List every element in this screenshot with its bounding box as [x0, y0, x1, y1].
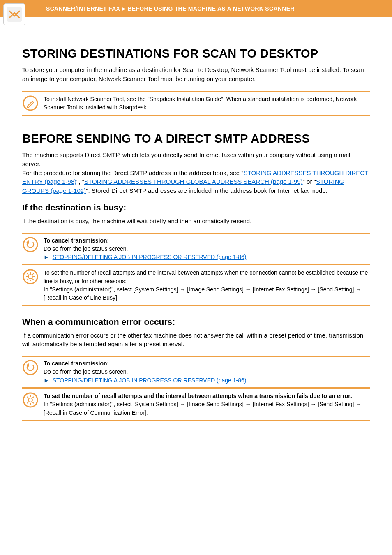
- smtp-text-mid1: ", ": [76, 178, 84, 185]
- svg-line-9: [27, 273, 28, 275]
- section-body-smtp: The machine supports Direct SMTP, which …: [22, 150, 370, 195]
- arrow-icon: ►: [44, 254, 49, 260]
- link-stopping-job-busy[interactable]: STOPPING/DELETING A JOB IN PROGRESS OR R…: [53, 254, 247, 260]
- info-note-text: To install Network Scanner Tool, see the…: [44, 95, 370, 112]
- scanner-icon: [3, 3, 25, 25]
- cancel-note-block-busy: To cancel transmission: Do so from the j…: [22, 233, 370, 265]
- smtp-text-mid2: " or ": [303, 178, 316, 185]
- settings-note-content-busy: To set the number of recall attempts and…: [44, 268, 370, 302]
- cancel-title-busy: To cancel transmission:: [44, 236, 370, 245]
- svg-line-21: [32, 402, 34, 403]
- back-arrow-icon: [22, 236, 39, 253]
- subheading-error: When a communication error occurs:: [22, 317, 370, 327]
- svg-line-23: [27, 402, 28, 403]
- section-title-smtp: BEFORE SENDING TO A DIRECT SMTP ADDRESS: [22, 132, 370, 146]
- gear-icon: [22, 392, 39, 408]
- cancel-body-error: Do so from the job status screen.: [44, 368, 370, 376]
- header-bar: SCANNER/INTERNET FAX ► BEFORE USING THE …: [0, 0, 392, 17]
- settings-body2-busy: In "Settings (administrator)", select [S…: [44, 285, 370, 302]
- svg-point-4: [28, 275, 32, 279]
- svg-point-14: [23, 393, 37, 407]
- back-arrow-icon: [22, 359, 39, 376]
- settings-note-block-busy: To set the number of recall attempts and…: [22, 264, 370, 306]
- settings-note-block-error: To set the number of recall attempts and…: [22, 388, 370, 421]
- link-storing-global-search[interactable]: STORING ADDRESSES THROUGH GLOBAL ADDRESS…: [84, 178, 303, 185]
- svg-point-15: [28, 398, 32, 402]
- svg-line-20: [27, 397, 28, 398]
- breadcrumb-section: SCANNER/INTERNET FAX: [46, 5, 120, 12]
- svg-point-13: [23, 361, 37, 375]
- link-stopping-job-error[interactable]: STOPPING/DELETING A JOB IN PROGRESS OR R…: [53, 377, 247, 384]
- gear-icon: [22, 268, 39, 285]
- settings-note-content-error: To set the number of recall attempts and…: [44, 392, 370, 417]
- svg-rect-0: [7, 7, 22, 22]
- cancel-note-block-error: To cancel transmission: Do so from the j…: [22, 356, 370, 388]
- info-note-block: To install Network Scanner Tool, see the…: [22, 91, 370, 116]
- settings-body-error: In "Settings (administrator)", select [S…: [44, 400, 370, 417]
- info-pencil-icon: [22, 95, 39, 111]
- cancel-note-content-busy: To cancel transmission: Do so from the j…: [44, 236, 370, 261]
- cancel-note-content-error: To cancel transmission: Do so from the j…: [44, 359, 370, 384]
- body-busy: If the destination is busy, the machine …: [22, 217, 370, 226]
- page-number: 5-7: [22, 553, 370, 555]
- settings-body1-busy: To set the number of recall attempts and…: [44, 268, 370, 285]
- arrow-icon: ►: [44, 377, 49, 384]
- settings-title-error: To set the number of recall attempts and…: [44, 392, 370, 400]
- breadcrumb-arrow-icon: ►: [121, 5, 127, 12]
- breadcrumb-page: BEFORE USING THE MACHINE AS A NETWORK SC…: [127, 5, 294, 12]
- page-content: STORING DESTINATIONS FOR SCAN TO DESKTOP…: [0, 17, 392, 555]
- scanner-fax-icon: [6, 6, 23, 23]
- cancel-body-busy: Do so from the job status screen.: [44, 245, 370, 253]
- svg-line-22: [32, 397, 34, 398]
- svg-point-2: [23, 238, 37, 252]
- subheading-busy: If the destination is busy:: [22, 203, 370, 213]
- svg-line-10: [32, 279, 34, 280]
- breadcrumb: SCANNER/INTERNET FAX ► BEFORE USING THE …: [46, 5, 295, 12]
- svg-line-12: [27, 279, 28, 280]
- section-body-scan-desktop: To store your computer in the machine as…: [22, 65, 370, 83]
- svg-point-3: [23, 270, 37, 284]
- svg-line-11: [32, 273, 34, 275]
- body-error: If a communication error occurs or the o…: [22, 331, 370, 349]
- cancel-title-error: To cancel transmission:: [44, 359, 370, 368]
- section-title-scan-desktop: STORING DESTINATIONS FOR SCAN TO DESKTOP: [22, 47, 370, 60]
- smtp-text-post: ". Stored Direct SMTP addresses are incl…: [86, 187, 327, 194]
